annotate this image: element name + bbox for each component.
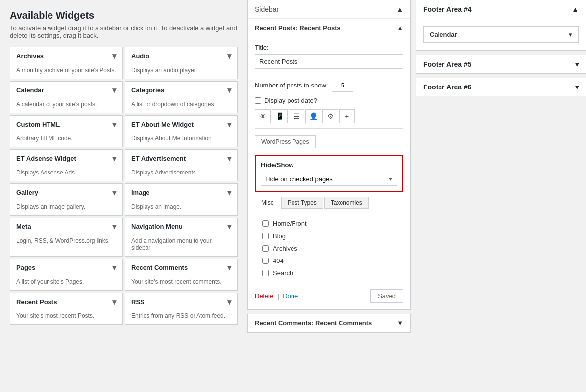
widget-desc: Entries from any RSS or Atom feed.	[125, 310, 237, 324]
hide-show-select[interactable]: Hide on checked pages	[261, 173, 397, 186]
recent-comments-header[interactable]: Recent Comments: Recent Comments ▼	[248, 314, 410, 332]
page-check-row: Home/Front	[262, 220, 396, 227]
align-icon-btn[interactable]: ☰	[289, 109, 304, 123]
widget-item[interactable]: Calendar ▾ A calendar of your site's pos…	[10, 81, 123, 113]
widget-desc: Displays Adsense Ads	[10, 167, 122, 181]
display-date-checkbox[interactable]	[255, 97, 261, 104]
widget-header[interactable]: ET Advertisement ▾	[125, 150, 237, 167]
widget-chevron-icon: ▾	[227, 51, 231, 61]
widget-chevron-icon: ▾	[112, 86, 116, 95]
page-check-row: Search	[262, 269, 396, 277]
page-checkbox-home-front[interactable]	[262, 220, 269, 227]
recent-posts-widget-content: Title: Number of posts to show: Display …	[248, 37, 410, 309]
plus-icon-btn[interactable]: +	[339, 109, 355, 123]
widget-header[interactable]: ET Adsense Widget ▾	[10, 150, 122, 167]
saved-button: Saved	[370, 289, 403, 303]
widget-item[interactable]: Recent Comments ▾ Your site's most recen…	[125, 259, 238, 291]
widget-item[interactable]: RSS ▾ Entries from any RSS or Atom feed.	[125, 293, 238, 325]
widget-item[interactable]: Navigation Menu ▾ Add a navigation menu …	[125, 218, 238, 257]
recent-posts-widget-header[interactable]: Recent Posts: Recent Posts ▲	[248, 19, 410, 37]
footer-area-header-5[interactable]: Footer Area #5 ▾	[416, 55, 586, 73]
widget-name: ET About Me Widget	[131, 121, 194, 128]
widget-item[interactable]: Gallery ▾ Displays an image gallery.	[10, 183, 123, 216]
misc-tab-misc[interactable]: Misc	[255, 197, 280, 209]
gear-icon-btn[interactable]: ⚙	[322, 109, 338, 123]
recent-comments-collapse-icon[interactable]: ▼	[397, 319, 403, 327]
footer-area-content: Calendar ▾	[416, 18, 586, 50]
page-checkbox-search[interactable]	[262, 270, 269, 276]
footer-area-chevron-icon[interactable]: ▾	[575, 60, 579, 68]
widget-item[interactable]: Categories ▾ A list or dropdown of categ…	[125, 81, 238, 113]
page-checkbox-archives[interactable]	[262, 245, 269, 252]
widget-item[interactable]: Meta ▾ Login, RSS, & WordPress.org links…	[10, 218, 123, 257]
page-label: Search	[273, 269, 293, 277]
sidebar-section: Sidebar ▲ Recent Posts: Recent Posts ▲ T…	[247, 0, 411, 310]
widget-name: Meta	[16, 223, 31, 230]
wordpress-pages-tab[interactable]: WordPress Pages	[255, 135, 316, 148]
widget-header[interactable]: RSS ▾	[125, 293, 237, 310]
widget-header[interactable]: Gallery ▾	[10, 184, 122, 201]
widget-item[interactable]: ET Adsense Widget ▾ Displays Adsense Ads	[10, 149, 123, 181]
widget-item[interactable]: ET Advertisement ▾ Displays Advertisemen…	[125, 149, 238, 181]
calendar-widget[interactable]: Calendar ▾	[423, 26, 579, 43]
widget-item[interactable]: Recent Posts ▾ Your site's most recent P…	[10, 293, 123, 325]
footer-area-chevron-icon[interactable]: ▾	[575, 83, 579, 91]
num-posts-label: Number of posts to show:	[255, 82, 328, 89]
misc-tab-taxonomies[interactable]: Taxonomies	[324, 197, 369, 209]
widget-header[interactable]: Navigation Menu ▾	[125, 218, 237, 235]
widget-chevron-icon: ▾	[112, 120, 116, 129]
page-checkbox-blog[interactable]	[262, 233, 269, 239]
mobile-icon-btn[interactable]: 📱	[272, 109, 288, 123]
widget-chevron-icon: ▾	[227, 263, 231, 272]
widget-header[interactable]: Recent Posts ▾	[10, 293, 122, 310]
page-check-row: Archives	[262, 245, 396, 252]
done-button[interactable]: Done	[283, 292, 298, 300]
widget-header[interactable]: Meta ▾	[10, 218, 122, 235]
footer-area-header-4[interactable]: Footer Area #4 ▲	[416, 0, 586, 18]
recent-posts-collapse-icon[interactable]: ▲	[397, 24, 403, 32]
footer-area-title: Footer Area #4	[423, 5, 472, 13]
eye-icon-btn[interactable]: 👁	[255, 109, 271, 123]
title-input[interactable]	[255, 54, 403, 69]
footer-area-chevron-icon[interactable]: ▲	[572, 5, 579, 13]
footer-area-header-6[interactable]: Footer Area #6 ▾	[416, 78, 586, 96]
right-panel: Footer Area #4 ▲ Calendar ▾ Footer Area …	[411, 0, 586, 392]
misc-tab-bar: MiscPost TypesTaxonomies	[255, 197, 403, 209]
widget-desc: A monthly archive of your site's Posts.	[10, 65, 122, 79]
widget-name: ET Advertisement	[131, 155, 186, 162]
widget-header[interactable]: ET About Me Widget ▾	[125, 116, 237, 133]
widget-item[interactable]: Archives ▾ A monthly archive of your sit…	[10, 47, 123, 79]
widget-header[interactable]: Archives ▾	[10, 47, 122, 65]
delete-button[interactable]: Delete	[255, 292, 274, 300]
page-checkbox----[interactable]	[262, 258, 269, 264]
widget-item[interactable]: Audio ▾ Displays an audio player.	[125, 47, 238, 79]
sidebar-collapse-icon[interactable]: ▲	[396, 5, 403, 13]
widget-desc: Login, RSS, & WordPress.org links.	[10, 235, 122, 249]
widget-item[interactable]: Custom HTML ▾ Arbitrary HTML code.	[10, 115, 123, 147]
footer-area-6: Footer Area #6 ▾	[416, 78, 586, 96]
hide-show-label: Hide/Show	[261, 161, 397, 169]
widget-name: Archives	[16, 52, 44, 60]
sidebar-title: Sidebar	[255, 5, 279, 13]
widget-header[interactable]: Recent Comments ▾	[125, 259, 237, 276]
widget-header[interactable]: Calendar ▾	[10, 82, 122, 99]
widget-header[interactable]: Image ▾	[125, 184, 237, 201]
hide-show-section: Hide/Show Hide on checked pages	[255, 155, 403, 192]
widget-header[interactable]: Audio ▾	[125, 47, 237, 65]
widget-name: Calendar	[16, 87, 44, 94]
widget-item[interactable]: ET About Me Widget ▾ Displays About Me I…	[125, 115, 238, 147]
num-posts-input[interactable]	[332, 79, 353, 92]
widget-name: Gallery	[16, 189, 38, 196]
sidebar-header[interactable]: Sidebar ▲	[248, 0, 410, 19]
calendar-chevron-icon[interactable]: ▾	[569, 31, 572, 38]
page-label: Archives	[273, 245, 297, 252]
user-icon-btn[interactable]: 👤	[305, 109, 321, 123]
misc-tab-post-types[interactable]: Post Types	[281, 197, 323, 209]
widget-header[interactable]: Categories ▾	[125, 82, 237, 99]
widget-desc: A list of your site's Pages.	[10, 276, 122, 290]
display-date-row: Display post date?	[255, 97, 403, 104]
widget-header[interactable]: Custom HTML ▾	[10, 116, 122, 133]
widget-item[interactable]: Pages ▾ A list of your site's Pages.	[10, 259, 123, 291]
widget-header[interactable]: Pages ▾	[10, 259, 122, 276]
widget-item[interactable]: Image ▾ Displays an image.	[125, 183, 238, 216]
